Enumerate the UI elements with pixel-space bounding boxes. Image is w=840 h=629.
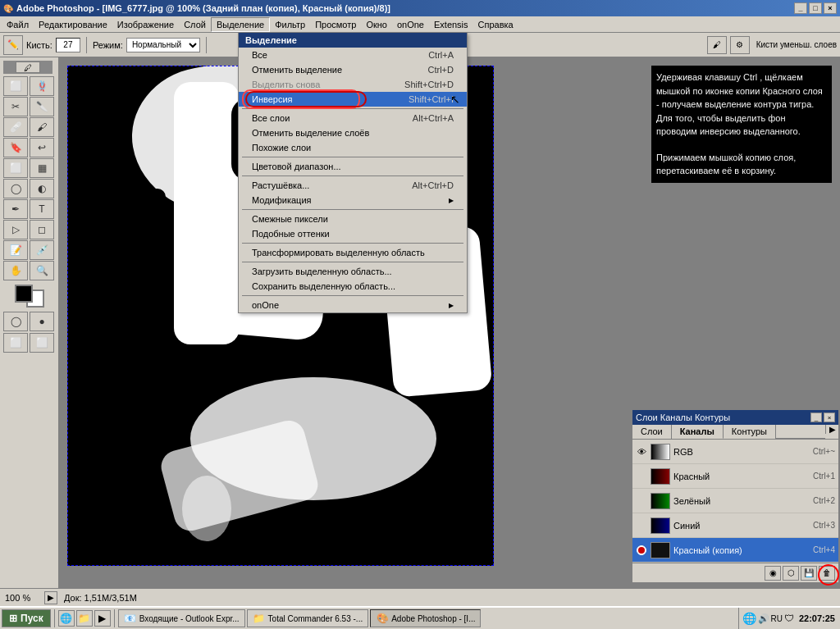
tool-text[interactable]: T [30,199,54,219]
channel-shortcut-blue: Ctrl+3 [813,521,835,530]
menu-filter[interactable]: Фильтр [270,18,310,31]
tool-stamp[interactable]: 🔖 [3,138,28,157]
tool-screen2[interactable]: ⬜ [30,333,54,353]
menu-extensis[interactable]: Extensis [429,18,473,31]
tab-layers[interactable]: Слои [632,425,672,439]
tool-history[interactable]: ↩ [30,138,54,157]
panel-new-btn[interactable]: ◉ [765,566,781,581]
tab-paths[interactable]: Контуры [724,425,776,439]
menu-help[interactable]: Справка [473,18,518,31]
tool-path[interactable]: ▷ [3,220,28,239]
channel-row-blue[interactable]: Синий Ctrl+3 [632,513,838,538]
tool-slice[interactable]: 🔪 [30,97,54,116]
tool-gradient[interactable]: ▦ [30,158,54,178]
tool-notes[interactable]: 📝 [3,240,28,260]
panel-options-btn[interactable]: ▶ [825,425,838,434]
tool-pen[interactable]: ✒ [3,199,28,219]
tool-blur[interactable]: ◯ [3,179,28,198]
taskbar-photoshop[interactable]: 🎨 Adobe Photoshop - [I... [370,609,481,627]
channel-thumb-red-copy [651,542,670,558]
text-panel-content: Удерживая клавишу Ctrl , щёлкаем мышкой … [656,71,827,139]
menu-entry-modify[interactable]: Модификация [239,193,467,207]
ql-folder[interactable]: 📁 [76,610,93,627]
start-button[interactable]: ⊞ Пуск [2,609,51,627]
menu-onone[interactable]: onOne [392,18,429,31]
tray-speaker[interactable]: 🔊 [758,613,769,624]
tool-shape[interactable]: ◻ [30,220,54,239]
status-navigate-btn[interactable]: ▶ [44,591,57,604]
tool-heal[interactable]: 🩹 [3,117,28,137]
brush-size-input[interactable] [56,38,80,52]
toolbar-btn-2[interactable]: ⚙ [730,36,750,54]
tool-brush[interactable]: 🖌 [30,117,54,137]
menu-file[interactable]: Файл [2,18,34,31]
tool-zoom[interactable]: 🔍 [30,261,54,280]
ql-media[interactable]: ▶ [94,610,111,627]
fg-bg-colors[interactable] [15,285,44,308]
menu-entry-grow[interactable]: Смежные пиксели [239,212,467,226]
menu-entry-all[interactable]: Все Ctrl+A [239,48,467,62]
tool-quickmask2[interactable]: ● [30,312,54,331]
menu-entry-color-range[interactable]: Цветовой диапазон... [239,159,467,174]
tray-icons: 🌐 🔊 RU 🛡 [742,612,794,625]
taskbar-totalcmd[interactable]: 📁 Total Commander 6.53 -... [247,609,369,627]
text-panel-content2: Прижимаем мышкой копию слоя, перетаскива… [656,151,827,178]
tool-select-lasso[interactable]: 🪢 [30,76,54,96]
toolbar-btn-1[interactable]: 🖌 [707,36,727,54]
menu-sep-4 [242,209,463,210]
menu-entry-reselect[interactable]: Выделить снова Shift+Ctrl+D [239,77,467,92]
maximize-button[interactable]: □ [809,2,822,14]
channel-thumb-blue [651,517,670,534]
tool-crop[interactable]: ✂ [3,97,28,116]
menu-entry-inverse[interactable]: Инверсия Shift+Ctrl+I ↖ [239,92,467,107]
menu-select[interactable]: Выделение [211,17,270,32]
tray-virus[interactable]: 🛡 [784,613,794,624]
menu-entry-similar[interactable]: Подобные оттенки [239,226,467,241]
ql-ie[interactable]: 🌐 [58,610,75,627]
tray-network[interactable]: 🌐 [742,612,756,625]
menu-entry-all-layers[interactable]: Все слои Alt+Ctrl+A [239,111,467,125]
menu-edit[interactable]: Редактирование [34,18,112,31]
tool-icon: ✏️ [3,35,23,55]
menu-image[interactable]: Изображение [112,18,179,31]
ps-taskbar-icon: 🎨 [376,612,389,625]
menu-layer[interactable]: Слой [179,18,211,31]
tool-select-rect[interactable]: ⬜ [3,76,28,96]
channel-row-red-copy[interactable]: Красный (копия) Ctrl+4 [632,538,838,563]
menu-entry-save[interactable]: Сохранить выделенную область... [239,279,467,294]
tool-hand[interactable]: ✋ [3,261,28,280]
close-button[interactable]: × [824,2,837,14]
menu-entry-transform[interactable]: Трансформировать выделенную область [239,245,467,260]
tool-dodge[interactable]: ◐ [30,179,54,198]
tool-eraser[interactable]: ⬜ [3,158,28,178]
tool-eyedrop[interactable]: 💉 [30,240,54,260]
panel-save-btn[interactable]: 💾 [801,566,817,581]
tab-fill [776,425,825,439]
channel-eye-red-copy [636,545,647,556]
channel-row-green[interactable]: Зелёный Ctrl+2 [632,489,838,513]
minimize-button[interactable]: _ [794,2,807,14]
panel-trash-btn[interactable]: 🗑 [819,566,835,581]
menu-entry-onone[interactable]: onOne [239,298,467,312]
menu-entry-similar-layers[interactable]: Похожие слои [239,140,467,155]
menu-view[interactable]: Просмотр [310,18,361,31]
taskbar-outlook[interactable]: 📧 Входящие - Outlook Expr... [118,609,245,627]
tool-quickmask[interactable]: ◯ [3,312,28,331]
mode-select[interactable]: Нормальный [126,38,200,52]
menu-entry-load[interactable]: Загрузить выделенную область... [239,264,467,279]
menu-window[interactable]: Окно [361,18,392,31]
panel-minimize[interactable]: _ [810,412,822,422]
ps-logo-icon: 🎨 [3,4,13,13]
menu-sep-3 [242,175,463,176]
panel-close[interactable]: × [824,412,835,422]
tab-channels[interactable]: Каналы [672,425,724,439]
channel-row-rgb[interactable]: 👁 RGB Ctrl+~ [632,440,838,464]
tool-row-4: 🔖 ↩ [3,138,55,157]
menu-entry-deselect-layers[interactable]: Отменить выделение слоёв [239,125,467,140]
menu-entry-deselect[interactable]: Отменить выделение Ctrl+D [239,62,467,77]
menu-entry-feather[interactable]: Растушёвка... Alt+Ctrl+D [239,178,467,193]
panel-load-btn[interactable]: ⬡ [783,566,799,581]
channel-row-red[interactable]: Красный Ctrl+1 [632,464,838,489]
tool-screen1[interactable]: ⬜ [3,333,28,353]
menu-entry-all-layers-label: Все слои [252,113,290,123]
